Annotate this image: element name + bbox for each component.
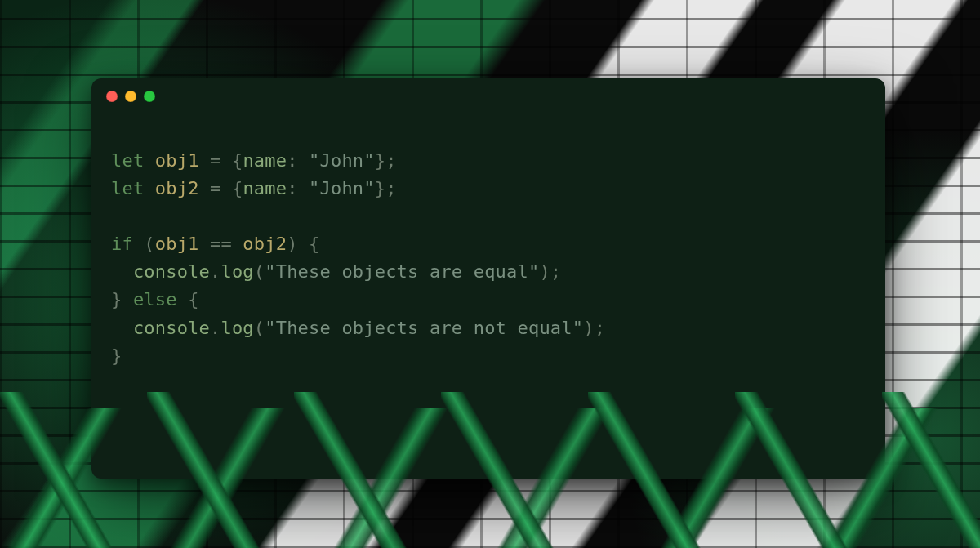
indent xyxy=(111,318,133,338)
brace-open: { xyxy=(309,234,319,254)
paren-open: ( xyxy=(254,318,265,338)
operator-equality: == xyxy=(199,234,243,254)
property-name: name xyxy=(243,150,287,171)
semicolon: ; xyxy=(385,178,396,198)
semicolon: ; xyxy=(595,318,605,338)
semicolon: ; xyxy=(385,150,396,171)
brace-close: } xyxy=(111,345,122,366)
code-editor[interactable]: let obj1 = {name: "John"}; let obj2 = {n… xyxy=(91,114,885,390)
code-window: let obj1 = {name: "John"}; let obj2 = {n… xyxy=(91,78,885,479)
operator-assign: = xyxy=(199,150,232,171)
brace-close: } xyxy=(375,178,385,198)
keyword-let: let xyxy=(111,178,144,198)
identifier-console: console xyxy=(133,261,210,282)
identifier-console: console xyxy=(133,318,210,338)
identifier-obj2: obj2 xyxy=(243,234,287,254)
dot-operator: . xyxy=(210,261,220,282)
paren-open: ( xyxy=(133,234,155,254)
brace-open: { xyxy=(232,178,243,198)
semicolon: ; xyxy=(550,261,561,282)
indent xyxy=(111,261,133,282)
string-literal: "These objects are not equal" xyxy=(265,318,583,338)
window-titlebar xyxy=(91,78,885,114)
zoom-icon[interactable] xyxy=(144,91,155,102)
brace-close: } xyxy=(375,150,385,171)
paren-close: ) xyxy=(583,318,594,338)
paren-close: ) xyxy=(539,261,550,282)
colon: : xyxy=(287,150,309,171)
string-literal: "John" xyxy=(309,178,375,198)
string-literal: "John" xyxy=(309,150,375,171)
paren-open: ( xyxy=(254,261,265,282)
brace-close: } xyxy=(111,289,122,310)
method-log: log xyxy=(220,261,253,282)
string-literal: "These objects are equal" xyxy=(265,261,539,282)
identifier-obj1: obj1 xyxy=(155,150,199,171)
paren-close: ) xyxy=(287,234,309,254)
brace-open: { xyxy=(188,289,198,310)
keyword-else: else xyxy=(122,289,188,310)
dot-operator: . xyxy=(210,318,220,338)
close-icon[interactable] xyxy=(106,91,118,102)
property-name: name xyxy=(243,178,287,198)
identifier-obj1: obj1 xyxy=(155,234,199,254)
keyword-let: let xyxy=(111,150,144,171)
colon: : xyxy=(287,178,309,198)
identifier-obj2: obj2 xyxy=(155,178,199,198)
keyword-if: if xyxy=(111,234,133,254)
method-log: log xyxy=(220,318,253,338)
brace-open: { xyxy=(232,150,243,171)
operator-assign: = xyxy=(199,178,232,198)
minimize-icon[interactable] xyxy=(125,91,136,102)
